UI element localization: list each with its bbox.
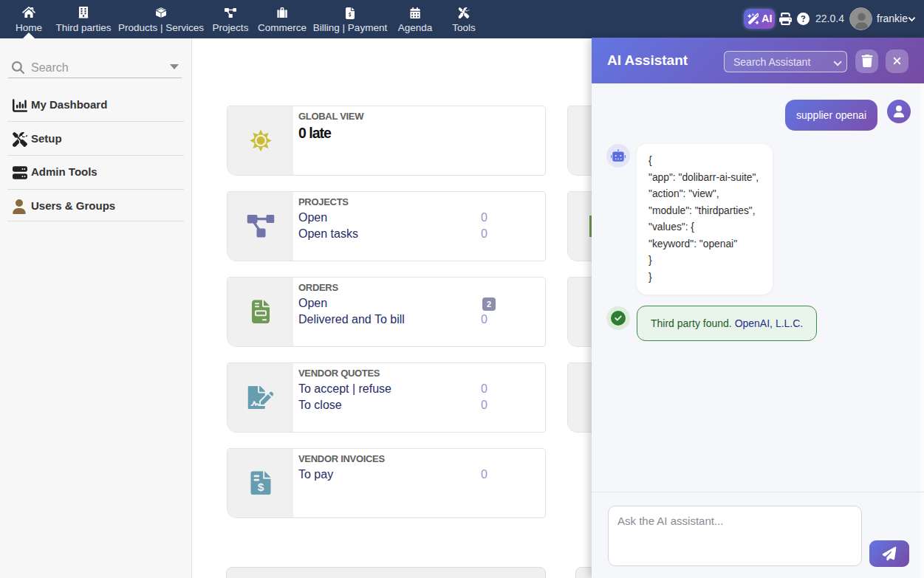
svg-text:$: $ <box>257 481 264 493</box>
